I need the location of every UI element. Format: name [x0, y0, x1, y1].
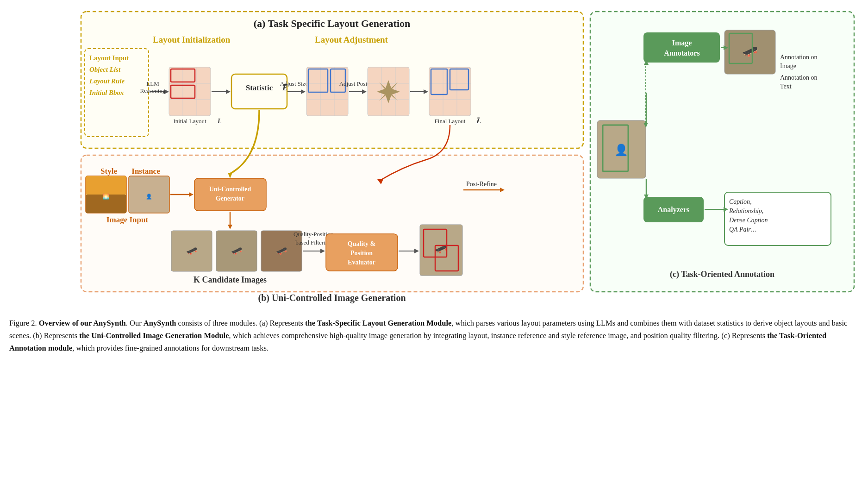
- svg-rect-70: [643, 32, 720, 63]
- annotation-img-label: Annotation on: [780, 54, 818, 61]
- initial-layout-label: Initial Layout: [173, 118, 206, 125]
- annotation-txt-label: Annotation on: [780, 74, 818, 81]
- svg-rect-42: [86, 176, 126, 195]
- svg-text:🛹: 🛹: [742, 44, 758, 59]
- figure-num: Figure 2.: [9, 319, 37, 327]
- caption-area: Figure 2. Overview of our AnySynth. Our …: [9, 317, 859, 355]
- final-layout-label: Final Layout: [435, 118, 466, 125]
- text-anno-qa: QA Pair…: [729, 226, 756, 233]
- quality-eval-3: Evaluator: [348, 259, 375, 266]
- svg-marker-30: [377, 80, 400, 103]
- initial-layout-l: L: [217, 118, 222, 125]
- input-item-2: Object List: [89, 66, 121, 73]
- panel-b-title: (b) Uni-Controlled Image Generation: [258, 293, 406, 303]
- style-label: Style: [100, 167, 117, 176]
- svg-text:🛹: 🛹: [186, 245, 198, 256]
- instance-label: Instance: [131, 167, 160, 176]
- quality-eval-2: Position: [350, 250, 373, 257]
- uni-gen-label-2: Generator: [216, 195, 244, 202]
- svg-text:👤: 👤: [614, 143, 628, 157]
- diagram-svg: (a) Task Specific Layout Generation Layo…: [9, 9, 859, 306]
- panel-a-title: (a) Task Specific Layout Generation: [254, 18, 411, 29]
- svg-text:🌅: 🌅: [103, 193, 109, 200]
- layout-adj-label: Layout Adjustment: [315, 35, 388, 44]
- text-anno-caption: Caption,: [729, 198, 752, 205]
- svg-rect-49: [194, 178, 266, 211]
- uni-gen-label-1: Uni-Controlled: [209, 186, 251, 193]
- svg-rect-4: [169, 67, 211, 116]
- main-container: (a) Task Specific Layout Generation Layo…: [9, 9, 859, 355]
- svg-text:👤: 👤: [146, 193, 152, 200]
- input-item-3: Layout Rule: [89, 77, 125, 85]
- annotation-txt-label2: Text: [780, 83, 792, 90]
- annotation-img-label2: Image: [780, 63, 796, 69]
- adjust-size-label: Adjust Size: [280, 80, 308, 87]
- image-input-label: Image Input: [106, 215, 149, 224]
- svg-text:🛹: 🛹: [434, 242, 448, 255]
- quality-eval-1: Quality &: [348, 240, 375, 247]
- text-anno-dense: Dense Caption: [729, 217, 768, 224]
- image-annotators-1: Image: [672, 39, 692, 47]
- layout-init-label: Layout Initialization: [153, 35, 231, 44]
- text-anno-rel: Relationship,: [729, 207, 763, 214]
- svg-text:🛹: 🛹: [276, 245, 287, 256]
- input-item-1: Layout Input: [89, 54, 129, 62]
- final-layout-lhat: L̂: [476, 117, 481, 125]
- svg-text:🛹: 🛹: [231, 245, 243, 256]
- llm-label-2: Reasoning: [140, 87, 166, 94]
- input-item-4: Initial Bbox: [89, 89, 124, 96]
- analyzers-label: Analyzers: [658, 206, 689, 214]
- k-candidate-label: K Candidate Images: [194, 275, 267, 284]
- post-refine-label: Post-Refine: [466, 181, 497, 188]
- panel-c-title: (c) Task-Oriented Annotation: [670, 270, 774, 279]
- image-annotators-2: Annotators: [664, 49, 699, 57]
- llm-label-1: LLM: [146, 80, 159, 87]
- statistic-label: Statistic: [246, 83, 273, 92]
